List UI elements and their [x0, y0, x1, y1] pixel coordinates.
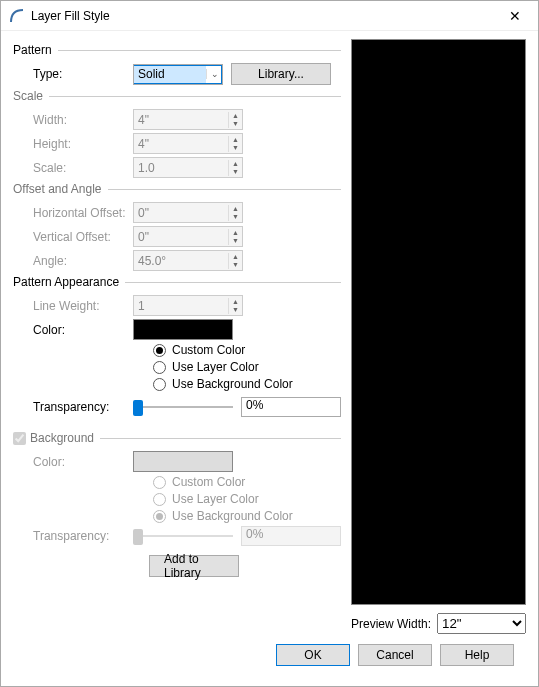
- color-label: Color:: [13, 323, 133, 337]
- width-label: Width:: [13, 113, 133, 127]
- lw-label: Line Weight:: [13, 299, 133, 313]
- library-button[interactable]: Library...: [231, 63, 331, 85]
- help-button[interactable]: Help: [440, 644, 514, 666]
- radio-use-layer-color[interactable]: [153, 361, 166, 374]
- bg-transparency-label: Transparency:: [13, 529, 133, 543]
- add-to-library-button[interactable]: Add to Library: [149, 555, 239, 577]
- app-icon: [9, 8, 25, 24]
- close-button[interactable]: ✕: [500, 8, 530, 24]
- radio-custom-color[interactable]: [153, 344, 166, 357]
- cancel-button[interactable]: Cancel: [358, 644, 432, 666]
- scale-label: Scale:: [13, 161, 133, 175]
- angle-label: Angle:: [13, 254, 133, 268]
- bg-radio-use-layer-color: [153, 493, 166, 506]
- scale-spinner: 1.0▲▼: [133, 157, 243, 178]
- bg-radio-custom-color: [153, 476, 166, 489]
- voff-spinner: 0"▲▼: [133, 226, 243, 247]
- bg-radio-use-background-color: [153, 510, 166, 523]
- group-pattern: Pattern: [13, 43, 341, 57]
- hoff-spinner: 0"▲▼: [133, 202, 243, 223]
- radio-use-background-color[interactable]: [153, 378, 166, 391]
- transparency-input[interactable]: 0%: [241, 397, 341, 417]
- background-checkbox: [13, 432, 26, 445]
- type-select[interactable]: Solid ⌄: [133, 64, 223, 85]
- bg-color-label: Color:: [13, 455, 133, 469]
- preview-width-select[interactable]: 12": [437, 613, 526, 634]
- color-swatch[interactable]: [133, 319, 233, 340]
- type-label: Type:: [13, 67, 133, 81]
- width-spinner: 4"▲▼: [133, 109, 243, 130]
- window-title: Layer Fill Style: [31, 9, 500, 23]
- hoff-label: Horizontal Offset:: [13, 206, 133, 220]
- chevron-down-icon: ⌄: [206, 69, 222, 79]
- preview-width-label: Preview Width:: [351, 617, 431, 631]
- bg-transparency-slider: [133, 526, 233, 546]
- group-background: Background: [13, 431, 341, 445]
- group-offset: Offset and Angle: [13, 182, 341, 196]
- transparency-slider[interactable]: [133, 397, 233, 417]
- voff-label: Vertical Offset:: [13, 230, 133, 244]
- height-label: Height:: [13, 137, 133, 151]
- preview-swatch: [351, 39, 526, 605]
- group-appearance: Pattern Appearance: [13, 275, 341, 289]
- angle-spinner: 45.0°▲▼: [133, 250, 243, 271]
- height-spinner: 4"▲▼: [133, 133, 243, 154]
- bg-color-swatch: [133, 451, 233, 472]
- ok-button[interactable]: OK: [276, 644, 350, 666]
- group-scale: Scale: [13, 89, 341, 103]
- transparency-label: Transparency:: [13, 400, 133, 414]
- lw-spinner: 1▲▼: [133, 295, 243, 316]
- bg-transparency-input: 0%: [241, 526, 341, 546]
